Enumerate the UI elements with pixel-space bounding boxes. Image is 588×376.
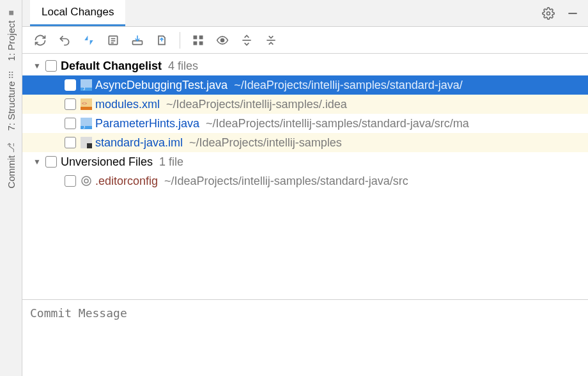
file-row[interactable]: J AsyncDebuggingTest.java ~/IdeaProjects… [22, 75, 588, 95]
preview-icon [216, 34, 229, 47]
changelist-icon [107, 34, 120, 47]
svg-point-11 [221, 38, 224, 42]
tab-actions [542, 0, 588, 26]
svg-text:J: J [83, 87, 85, 91]
toolbar [22, 27, 588, 54]
file-path: ~/IdeaProjects/intellij-samples [189, 136, 342, 150]
expand-all-icon [240, 34, 253, 47]
preview-diff-button[interactable] [213, 31, 231, 49]
java-file-icon: J [80, 117, 93, 130]
expand-all-button[interactable] [238, 31, 256, 49]
svg-point-25 [84, 179, 88, 183]
changelist-group-unversioned[interactable]: ▼ Unversioned Files 1 file [22, 152, 588, 171]
tool-window-tab-project[interactable]: 1: Project ■ [4, 4, 18, 65]
collapse-all-icon [265, 34, 277, 47]
group-label: Unversioned Files [61, 155, 153, 169]
file-row[interactable]: standard-java.iml ~/IdeaProjects/intelli… [22, 133, 588, 152]
diff-icon [82, 34, 95, 47]
folder-icon: ■ [6, 8, 16, 18]
shelve-button[interactable] [128, 31, 146, 49]
tool-window-left-bar: 1: Project ■ 7: Structure ⠿ Commit ⎇ [0, 0, 22, 376]
file-name: .editorconfig [95, 175, 158, 188]
file-row[interactable]: J ParameterHints.java ~/IdeaProjects/int… [22, 114, 588, 133]
svg-rect-8 [199, 35, 203, 39]
group-label: Default Changelist [61, 59, 162, 73]
config-file-icon [80, 175, 93, 187]
svg-rect-24 [87, 143, 92, 148]
svg-rect-7 [194, 35, 197, 39]
main-panel: Local Changes ▼ [22, 0, 588, 376]
rollback-button[interactable] [56, 31, 74, 49]
chevron-down-icon[interactable]: ▼ [29, 157, 45, 166]
xml-file-icon: <> [80, 98, 93, 111]
tab-strip: Local Changes [22, 0, 588, 27]
svg-rect-20 [81, 118, 92, 126]
changelist-button[interactable] [104, 31, 122, 49]
iml-file-icon [80, 136, 93, 149]
file-path: ~/IdeaProjects/intellij-samples/standard… [164, 175, 408, 188]
checkbox[interactable] [45, 60, 57, 72]
commit-message-area [22, 299, 588, 376]
commit-message-input[interactable] [30, 306, 580, 370]
commit-icon: ⎇ [6, 143, 16, 153]
svg-text:J: J [83, 125, 85, 129]
unshelve-button[interactable] [153, 31, 171, 49]
tool-window-tab-structure[interactable]: 7: Structure ⠿ [4, 68, 18, 135]
gear-icon[interactable] [542, 7, 555, 20]
svg-rect-18 [81, 107, 92, 110]
svg-point-26 [82, 176, 91, 185]
checkbox[interactable] [65, 137, 76, 148]
svg-point-0 [547, 12, 550, 15]
checkbox[interactable] [65, 175, 76, 187]
group-count: 4 files [168, 59, 198, 73]
structure-icon: ⠿ [8, 70, 14, 81]
checkbox[interactable] [65, 98, 76, 110]
shelve-icon [131, 34, 144, 47]
svg-text:<>: <> [82, 101, 87, 106]
unshelve-icon [155, 34, 168, 47]
checkbox[interactable] [65, 118, 76, 129]
tab-local-changes[interactable]: Local Changes [30, 0, 125, 26]
svg-rect-21 [81, 126, 92, 129]
file-name: AsyncDebuggingTest.java [95, 79, 228, 92]
file-name: standard-java.iml [95, 136, 183, 150]
file-row[interactable]: .editorconfig ~/IdeaProjects/intellij-sa… [22, 171, 588, 191]
checkbox[interactable] [45, 156, 57, 168]
hide-icon[interactable] [566, 7, 579, 20]
chevron-down-icon[interactable]: ▼ [29, 61, 45, 70]
refresh-button[interactable] [31, 31, 49, 49]
svg-rect-10 [199, 41, 203, 45]
file-row[interactable]: <> modules.xml ~/IdeaProjects/intellij-s… [22, 95, 588, 114]
file-path: ~/IdeaProjects/intellij-samples/standard… [206, 117, 469, 130]
changes-tree[interactable]: ▼ Default Changelist 4 files J AsyncDebu… [22, 54, 588, 299]
checkbox[interactable] [65, 79, 76, 91]
tool-window-tab-commit[interactable]: Commit ⎇ [4, 139, 18, 192]
collapse-all-button[interactable] [262, 31, 280, 49]
svg-rect-14 [81, 79, 92, 88]
file-name: modules.xml [95, 98, 160, 111]
refresh-icon [34, 34, 47, 47]
separator [180, 32, 180, 49]
diff-button[interactable] [80, 31, 98, 49]
file-path: ~/IdeaProjects/intellij-samples/.idea [166, 98, 347, 111]
svg-rect-9 [194, 41, 197, 45]
svg-rect-15 [81, 88, 92, 91]
group-by-button[interactable] [189, 31, 207, 49]
commit-tool-window: 1: Project ■ 7: Structure ⠿ Commit ⎇ Loc… [0, 0, 588, 376]
changelist-group-default[interactable]: ▼ Default Changelist 4 files [22, 56, 588, 75]
file-path: ~/IdeaProjects/intellij-samples/standard… [234, 79, 463, 92]
file-name: ParameterHints.java [95, 117, 199, 130]
group-by-icon [192, 34, 205, 47]
group-count: 1 file [159, 155, 183, 169]
java-file-icon: J [80, 79, 93, 91]
rollback-icon [58, 34, 71, 47]
